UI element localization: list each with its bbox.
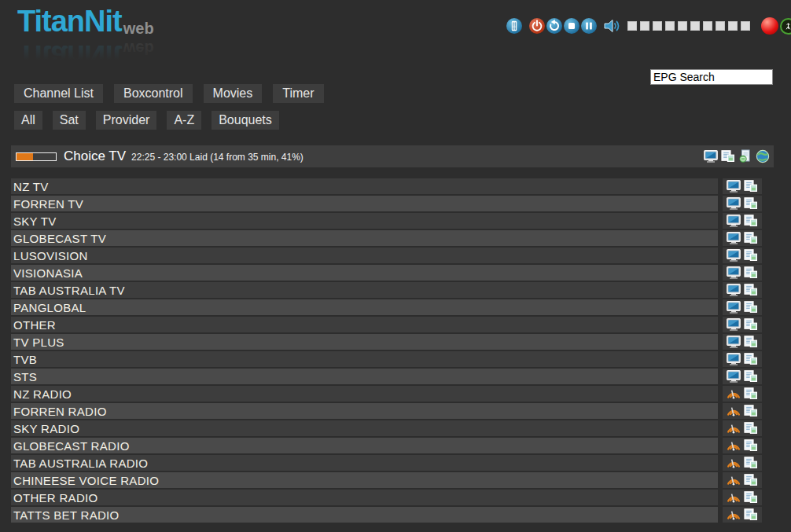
channel-row: OTHER [11,317,774,332]
filter-a-z[interactable]: A-Z [167,111,201,130]
pages-icon[interactable] [744,387,758,400]
pages-icon[interactable] [744,474,758,486]
channel-row-bar[interactable]: STS [11,369,718,384]
monitor-icon[interactable] [727,318,741,331]
stop-button[interactable] [564,18,579,34]
filter-bouquets[interactable]: Bouquets [212,111,279,130]
filter-sat[interactable]: Sat [53,111,86,130]
pages-icon[interactable] [744,180,758,193]
globe-icon[interactable] [756,149,770,163]
channel-row-bar[interactable]: PANGLOBAL [11,299,718,315]
pages-icon[interactable] [744,215,758,227]
remote-control-button[interactable] [506,18,522,34]
volume-step[interactable] [640,21,649,31]
monitor-icon[interactable] [727,284,741,296]
channel-row-bar[interactable]: LUSOVISION [11,248,718,263]
channel-row-bar[interactable]: GLOBECAST RADIO [11,438,718,453]
channel-row-actions [723,472,762,488]
volume-step[interactable] [728,21,738,31]
channel-row: SKY TV [11,213,774,229]
pages-icon[interactable] [744,353,758,365]
channel-row: OTHER RADIO [11,490,774,505]
power-button[interactable] [529,18,545,34]
monitor-icon[interactable] [727,180,741,193]
broadcast-icon[interactable] [727,491,741,504]
monitor-icon[interactable] [727,301,741,314]
pages-icon[interactable] [744,232,758,244]
channel-row-bar[interactable]: OTHER [11,317,718,332]
channel-row-bar[interactable]: VISIONASIA [11,265,718,281]
broadcast-icon[interactable] [727,439,741,452]
volume-step[interactable] [678,21,687,31]
channel-row-bar[interactable]: TV PLUS [11,334,718,350]
epg-search-input[interactable] [650,69,773,85]
pages-icon[interactable] [744,266,758,279]
volume-step[interactable] [690,21,700,31]
channel-row-bar[interactable]: OTHER RADIO [11,490,718,505]
nav-timer[interactable]: Timer [273,84,323,103]
channel-row-actions [723,196,762,211]
channel-row-bar[interactable]: NZ RADIO [11,386,718,402]
channel-row-bar[interactable]: SKY RADIO [11,420,718,436]
channel-row-actions [723,455,762,471]
volume-step[interactable] [665,21,675,31]
channel-row-bar[interactable]: TATTS BET RADIO [11,507,718,523]
progress-bar [16,152,57,161]
pages-icon[interactable] [744,508,758,521]
volume-step[interactable] [627,21,637,31]
pages-icon[interactable] [744,197,758,210]
pages-icon[interactable] [744,457,758,469]
pause-button[interactable] [581,18,597,34]
monitor-icon[interactable] [727,215,741,227]
speaker-icon[interactable] [603,18,622,34]
channel-row-bar[interactable]: CHINEESE VOICE RADIO [11,472,718,488]
stream-page-icon[interactable] [738,149,752,163]
channel-row-bar[interactable]: SKY TV [11,213,718,229]
monitor-icon[interactable] [727,232,741,244]
nav-boxcontrol[interactable]: Boxcontrol [114,84,193,103]
monitor-icon[interactable] [727,370,741,383]
filter-provider[interactable]: Provider [96,111,157,130]
channel-row-bar[interactable]: TAB AUSTRALIA TV [11,282,718,298]
monitor-icon[interactable] [704,150,718,163]
volume-step[interactable] [653,21,662,31]
channel-row-bar[interactable]: TAB AUSTRALIA RADIO [11,455,718,471]
broadcast-icon[interactable] [727,474,741,486]
broadcast-icon[interactable] [727,457,741,469]
channel-row-bar[interactable]: GLOBECAST TV [11,230,718,246]
monitor-icon[interactable] [727,266,741,279]
nav-channel-list[interactable]: Channel List [14,84,103,103]
broadcast-icon[interactable] [727,422,741,435]
broadcast-icon[interactable] [727,387,741,400]
pages-icon[interactable] [744,284,758,296]
pages-icon[interactable] [744,405,758,417]
record-icon[interactable] [761,17,778,35]
filter-all[interactable]: All [14,111,42,130]
refresh-button[interactable] [546,18,562,34]
pages-icon[interactable] [744,336,758,348]
pages-icon[interactable] [744,301,758,314]
broadcast-icon[interactable] [727,508,741,521]
pages-icon[interactable] [744,491,758,504]
pages-icon[interactable] [744,249,758,262]
monitor-icon[interactable] [727,197,741,210]
pages-icon[interactable] [744,422,758,435]
pages-icon[interactable] [744,318,758,331]
channel-row-bar[interactable]: TVB [11,351,718,367]
monitor-icon[interactable] [727,353,741,365]
monitor-icon[interactable] [727,249,741,262]
channel-row-bar[interactable]: FORREN TV [11,196,718,211]
nav-movies[interactable]: Movies [204,84,263,103]
volume-step[interactable] [703,21,712,31]
channel-row-bar[interactable]: FORREN RADIO [11,403,718,419]
channel-row-bar[interactable]: NZ TV [11,178,718,194]
pages-icon[interactable] [744,439,758,452]
pages-icon[interactable] [721,150,735,163]
volume-step[interactable] [741,21,750,31]
monitor-icon[interactable] [727,336,741,348]
channel-row-actions [723,369,762,384]
pages-icon[interactable] [744,370,758,383]
volume-step[interactable] [716,21,725,31]
signal-button[interactable] [780,18,791,35]
broadcast-icon[interactable] [727,405,741,417]
